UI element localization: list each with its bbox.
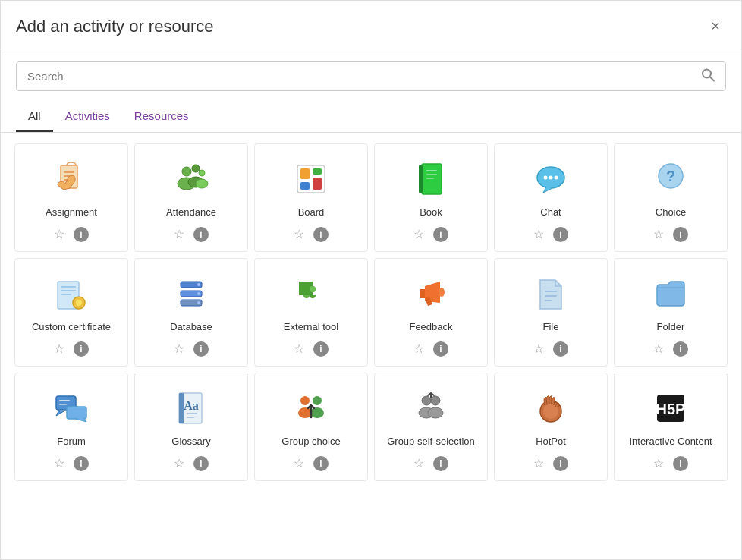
- database-info[interactable]: i: [192, 340, 210, 358]
- card-group-self-selection[interactable]: Group self-selection ☆ i: [374, 373, 488, 481]
- card-file[interactable]: File ☆ i: [494, 258, 608, 367]
- group-choice-star[interactable]: ☆: [292, 455, 306, 472]
- svg-rect-16: [313, 178, 322, 190]
- external-tool-star[interactable]: ☆: [292, 340, 306, 357]
- close-button[interactable]: ×: [705, 14, 726, 38]
- custom-certificate-icon: [50, 272, 93, 315]
- svg-point-56: [298, 407, 312, 418]
- svg-rect-44: [545, 295, 557, 297]
- forum-icon: [50, 387, 93, 429]
- group-self-selection-info[interactable]: i: [432, 455, 450, 473]
- attendance-info[interactable]: i: [192, 225, 210, 244]
- group-choice-info[interactable]: i: [312, 455, 330, 473]
- card-hotpot[interactable]: HotPot ☆ i: [494, 373, 608, 481]
- svg-rect-47: [67, 407, 86, 419]
- svg-rect-53: [187, 413, 197, 414]
- custom-certificate-info[interactable]: i: [72, 340, 90, 358]
- svg-point-8: [199, 170, 205, 176]
- file-info[interactable]: i: [552, 340, 570, 358]
- search-icon: [700, 67, 715, 86]
- svg-rect-31: [61, 294, 71, 295]
- choice-info[interactable]: i: [671, 225, 690, 244]
- card-interactive-content[interactable]: H5P Interactive Content ☆ i: [614, 373, 728, 481]
- forum-star[interactable]: ☆: [52, 455, 66, 472]
- svg-point-24: [549, 176, 553, 180]
- glossary-info[interactable]: i: [192, 455, 210, 473]
- card-group-choice[interactable]: Group choice ☆ i: [254, 373, 368, 481]
- choice-icon: ?: [649, 158, 692, 200]
- card-external-tool[interactable]: External tool ☆ i: [254, 258, 368, 367]
- feedback-info[interactable]: i: [432, 340, 450, 358]
- database-actions: ☆ i: [172, 340, 210, 358]
- external-tool-actions: ☆ i: [292, 340, 330, 358]
- feedback-icon: [410, 272, 452, 315]
- svg-point-25: [555, 176, 558, 180]
- svg-rect-3: [64, 171, 74, 173]
- group-choice-actions: ☆ i: [292, 455, 330, 473]
- chat-star[interactable]: ☆: [532, 225, 545, 243]
- file-label: File: [543, 321, 559, 334]
- tab-all[interactable]: All: [16, 103, 53, 132]
- svg-rect-29: [61, 286, 76, 288]
- svg-point-61: [431, 396, 440, 405]
- card-custom-certificate[interactable]: Custom certificate ☆ i: [14, 258, 128, 367]
- custom-certificate-star[interactable]: ☆: [52, 340, 66, 357]
- interactive-content-label: Interactive Content: [629, 436, 712, 448]
- svg-text:?: ?: [666, 168, 675, 184]
- board-label: Board: [298, 206, 325, 219]
- chat-actions: ☆ i: [532, 225, 570, 244]
- glossary-star[interactable]: ☆: [172, 455, 186, 472]
- hotpot-info[interactable]: i: [552, 455, 570, 473]
- book-star[interactable]: ☆: [412, 225, 426, 243]
- book-info[interactable]: i: [432, 225, 450, 244]
- board-star[interactable]: ☆: [292, 225, 306, 243]
- feedback-star[interactable]: ☆: [412, 340, 426, 357]
- card-forum[interactable]: Forum ☆ i: [14, 373, 128, 481]
- card-assignment[interactable]: Assignment ☆ i: [14, 143, 128, 252]
- svg-point-38: [197, 292, 200, 295]
- folder-star[interactable]: ☆: [652, 340, 665, 357]
- card-feedback[interactable]: Feedback ☆ i: [374, 258, 488, 367]
- attendance-star[interactable]: ☆: [172, 225, 186, 243]
- chat-label: Chat: [540, 206, 561, 219]
- group-self-selection-star[interactable]: ☆: [412, 455, 426, 472]
- chat-icon: [530, 158, 572, 200]
- choice-actions: ☆ i: [652, 225, 690, 244]
- card-glossary[interactable]: Aa Glossary ☆ i: [134, 373, 248, 481]
- svg-point-37: [197, 283, 200, 286]
- svg-rect-49: [59, 404, 67, 405]
- group-self-selection-label: Group self-selection: [387, 436, 475, 448]
- card-folder[interactable]: Folder ☆ i: [614, 258, 728, 367]
- database-label: Database: [170, 321, 212, 334]
- interactive-content-info[interactable]: i: [671, 455, 690, 473]
- hotpot-star[interactable]: ☆: [532, 455, 545, 472]
- search-input[interactable]: [16, 61, 726, 91]
- folder-info[interactable]: i: [671, 340, 690, 358]
- board-info[interactable]: i: [312, 225, 330, 244]
- choice-star[interactable]: ☆: [652, 225, 665, 243]
- svg-point-11: [196, 179, 208, 188]
- assignment-info[interactable]: i: [72, 225, 90, 244]
- external-tool-info[interactable]: i: [312, 340, 330, 358]
- tab-activities[interactable]: Activities: [53, 103, 122, 132]
- assignment-star[interactable]: ☆: [52, 225, 66, 243]
- card-chat[interactable]: Chat ☆ i: [494, 143, 608, 252]
- svg-rect-43: [545, 291, 557, 292]
- chat-info[interactable]: i: [552, 225, 570, 244]
- interactive-content-star[interactable]: ☆: [652, 455, 665, 472]
- database-star[interactable]: ☆: [172, 340, 186, 357]
- svg-point-41: [310, 286, 316, 292]
- forum-actions: ☆ i: [52, 455, 90, 473]
- forum-info[interactable]: i: [72, 455, 90, 473]
- svg-point-58: [310, 407, 324, 418]
- svg-rect-48: [59, 400, 70, 401]
- svg-rect-15: [313, 168, 322, 175]
- card-database[interactable]: Database ☆ i: [134, 258, 248, 367]
- card-attendance[interactable]: Attendance ☆ i: [134, 143, 248, 252]
- svg-rect-54: [187, 417, 194, 418]
- tab-resources[interactable]: Resources: [122, 103, 201, 132]
- card-choice[interactable]: ? Choice ☆ i: [614, 143, 728, 252]
- card-book[interactable]: Book ☆ i: [374, 143, 488, 252]
- card-board[interactable]: Board ☆ i: [254, 143, 368, 252]
- file-star[interactable]: ☆: [532, 340, 545, 357]
